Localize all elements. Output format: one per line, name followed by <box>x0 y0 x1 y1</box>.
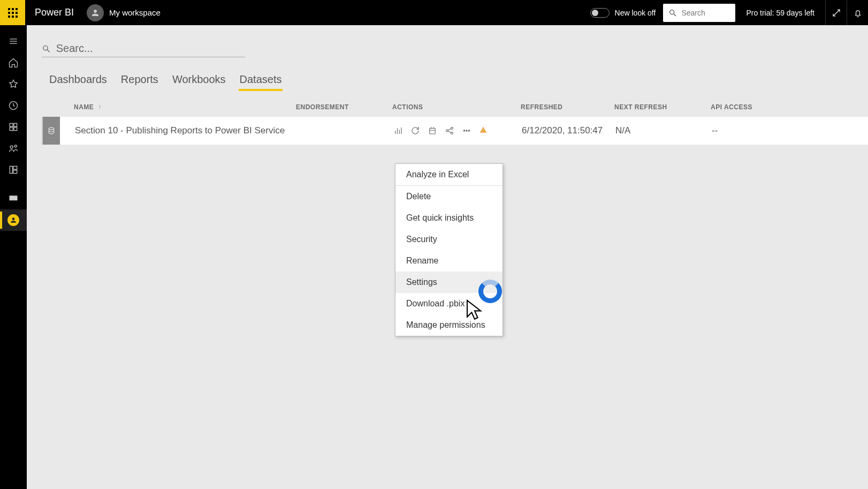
svg-rect-6 <box>10 123 13 126</box>
col-header-refreshed[interactable]: REFRESHED <box>521 103 614 111</box>
clock-icon <box>8 100 19 111</box>
nav-hamburger[interactable] <box>0 31 27 52</box>
ellipsis-icon <box>462 126 471 136</box>
col-header-endorsement[interactable]: ENDORSEMENT <box>296 103 392 111</box>
tab-dashboards[interactable]: Dashboards <box>48 70 108 90</box>
nav-workspaces[interactable] <box>0 159 27 180</box>
top-bar: Power BI My workspace New look off Searc… <box>0 0 868 25</box>
col-header-next-refresh[interactable]: NEXT REFRESH <box>614 103 711 111</box>
svg-point-11 <box>14 145 17 147</box>
svg-rect-8 <box>10 127 13 131</box>
nav-home[interactable] <box>0 52 27 73</box>
content-tabs: Dashboards Reports Workbooks Datasets <box>48 70 868 90</box>
shared-icon <box>8 143 19 154</box>
dataset-refreshed: 6/12/2020, 11:50:47 <box>522 125 615 136</box>
monitor-icon <box>8 193 19 204</box>
expand-icon <box>832 8 841 18</box>
content-search-input[interactable] <box>56 42 245 55</box>
warning-indicator[interactable] <box>479 125 488 137</box>
schedule-refresh-button[interactable] <box>428 126 437 136</box>
share-button[interactable] <box>445 126 454 136</box>
search-icon <box>42 44 51 54</box>
search-icon <box>668 9 677 17</box>
dataset-type-icon <box>43 117 60 145</box>
nav-apps[interactable] <box>0 116 27 138</box>
nav-monitor[interactable] <box>0 188 27 209</box>
menu-rename[interactable]: Rename <box>395 250 502 272</box>
refresh-now-button[interactable] <box>410 126 420 136</box>
workspace-name: My workspace <box>109 8 161 17</box>
col-header-name[interactable]: NAME ↑ <box>74 103 296 111</box>
new-look-toggle[interactable] <box>590 8 610 18</box>
star-icon <box>8 79 19 89</box>
apps-icon <box>8 122 19 132</box>
dataset-name: Section 10 - Publishing Reports to Power… <box>75 125 297 136</box>
tab-reports[interactable]: Reports <box>120 70 159 90</box>
svg-point-15 <box>43 46 48 50</box>
create-report-button[interactable] <box>393 126 403 136</box>
home-icon <box>8 57 19 68</box>
bar-chart-icon <box>393 126 403 136</box>
my-workspace-avatar-icon <box>7 214 19 226</box>
dataset-next-refresh: N/A <box>615 125 712 136</box>
menu-analyze-in-excel[interactable]: Analyze in Excel <box>395 164 502 186</box>
svg-point-20 <box>451 127 453 130</box>
context-menu: Analyze in Excel Delete Get quick insigh… <box>395 163 503 336</box>
svg-rect-7 <box>14 123 17 126</box>
nav-favorites[interactable] <box>0 73 27 95</box>
nav-shared[interactable] <box>0 138 27 159</box>
svg-rect-13 <box>13 166 17 169</box>
dataset-api-access: -- <box>712 125 776 136</box>
svg-rect-12 <box>10 166 12 173</box>
hamburger-icon <box>8 36 19 47</box>
main-content: Dashboards Reports Workbooks Datasets NA… <box>27 25 868 489</box>
tab-datasets[interactable]: Datasets <box>239 70 283 90</box>
svg-rect-9 <box>14 127 17 131</box>
menu-delete[interactable]: Delete <box>395 186 502 207</box>
workspaces-icon <box>8 164 19 175</box>
svg-point-19 <box>446 130 448 132</box>
nav-recent[interactable] <box>0 95 27 116</box>
new-look-toggle-group: New look off <box>590 8 656 18</box>
workspace-avatar-icon <box>87 4 104 21</box>
bell-icon <box>853 8 863 18</box>
col-header-api-access[interactable]: API ACCESS <box>711 103 775 111</box>
menu-manage-permissions[interactable]: Manage permissions <box>395 314 502 336</box>
sort-asc-icon: ↑ <box>98 103 102 111</box>
dataset-actions <box>393 125 522 137</box>
trial-status: Pro trial: 59 days left <box>746 9 814 17</box>
svg-point-21 <box>451 132 453 134</box>
more-options-button[interactable] <box>462 126 471 136</box>
tab-workbooks[interactable]: Workbooks <box>171 70 227 90</box>
svg-point-24 <box>468 130 469 131</box>
svg-rect-18 <box>430 129 436 134</box>
svg-line-16 <box>47 50 49 52</box>
global-search[interactable]: Search <box>663 4 735 22</box>
waffle-icon <box>8 8 18 18</box>
schedule-icon <box>428 126 437 136</box>
col-header-actions: ACTIONS <box>392 103 521 111</box>
svg-point-17 <box>49 127 54 130</box>
menu-security[interactable]: Security <box>395 229 502 250</box>
menu-download-pbix[interactable]: Download .pbix <box>395 293 502 314</box>
svg-point-0 <box>670 10 674 14</box>
global-search-placeholder: Search <box>681 9 705 17</box>
notifications-button[interactable] <box>847 0 868 25</box>
menu-get-quick-insights[interactable]: Get quick insights <box>395 207 502 229</box>
fullscreen-button[interactable] <box>825 0 847 25</box>
dataset-row[interactable]: Section 10 - Publishing Reports to Power… <box>42 117 868 145</box>
refresh-icon <box>410 126 420 136</box>
left-nav <box>0 25 27 489</box>
warning-icon <box>479 125 488 134</box>
content-search[interactable] <box>42 40 245 57</box>
menu-settings[interactable]: Settings <box>395 272 502 293</box>
grid-header: NAME ↑ ENDORSEMENT ACTIONS REFRESHED NEX… <box>42 97 868 117</box>
brand-label: Power BI <box>35 7 74 18</box>
nav-my-workspace[interactable] <box>0 209 27 231</box>
svg-line-1 <box>674 14 676 16</box>
workspace-selector[interactable]: My workspace <box>87 4 161 21</box>
svg-point-10 <box>10 146 13 148</box>
new-look-label: New look off <box>615 9 656 17</box>
svg-point-23 <box>466 130 467 131</box>
app-launcher-button[interactable] <box>0 0 25 25</box>
